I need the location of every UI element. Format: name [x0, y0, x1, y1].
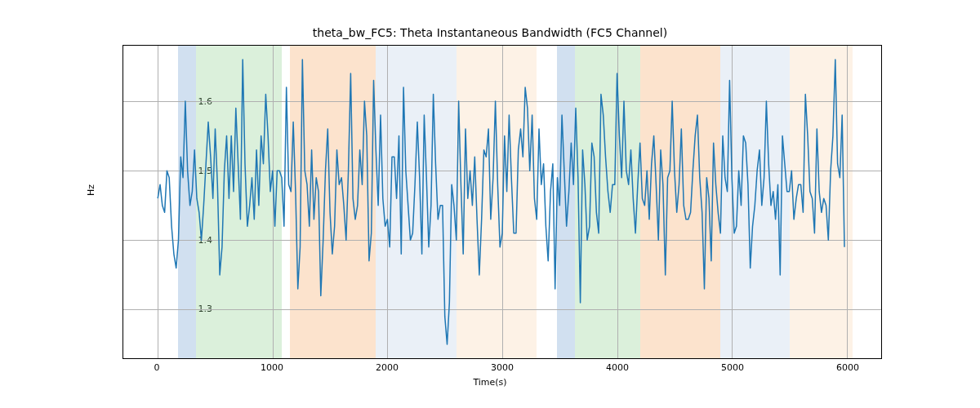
y-axis-label: Hz — [86, 184, 96, 196]
figure: theta_bw_FC5: Theta Instantaneous Bandwi… — [0, 0, 980, 408]
xtick-label: 1000 — [261, 362, 283, 373]
axes — [122, 45, 882, 359]
plot-area — [123, 46, 881, 358]
xtick-label: 4000 — [606, 362, 629, 373]
xtick-label: 0 — [154, 362, 160, 373]
xtick-label: 6000 — [836, 362, 859, 373]
xtick-label: 5000 — [721, 362, 744, 373]
chart-title: theta_bw_FC5: Theta Instantaneous Bandwi… — [0, 26, 980, 39]
xtick-label: 3000 — [491, 362, 514, 373]
xtick-label: 2000 — [376, 362, 399, 373]
line-series — [123, 46, 881, 358]
x-axis-label: Time(s) — [0, 377, 980, 388]
